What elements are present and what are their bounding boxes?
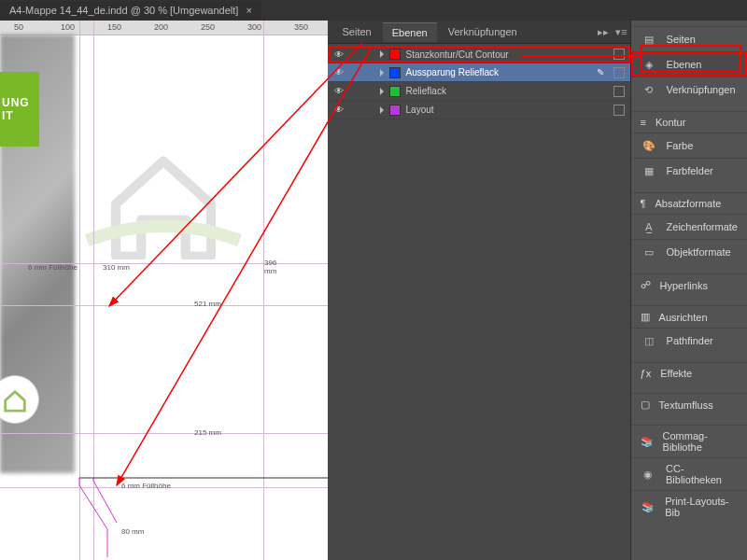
para-icon: ¶ <box>641 198 646 209</box>
dock-label: Hyperlinks <box>660 280 708 291</box>
pathfinder-icon: ◫ <box>641 333 657 348</box>
layer-row[interactable]: 👁Layout <box>328 101 630 119</box>
selection-indicator[interactable] <box>613 67 625 78</box>
dock-item-seiten[interactable]: ▤Seiten <box>631 26 747 51</box>
dock-label: Kontur <box>655 117 685 128</box>
layer-row[interactable]: 👁Relieflack <box>328 82 630 101</box>
dock-label: Seiten <box>667 34 696 45</box>
layers-panel: Seiten Ebenen Verknüpfungen ▸▸ ▾≡ 👁Stanz… <box>328 21 631 560</box>
dock-item-effekte[interactable]: ƒxEffekte <box>631 362 747 384</box>
dock-item-cc-bibliotheken[interactable]: ◉CC-Bibliotheken <box>631 457 747 490</box>
close-icon[interactable]: × <box>246 5 251 16</box>
dock-label: Pathfinder <box>667 335 713 346</box>
green-label-box: UNG IT <box>0 72 39 147</box>
panel-menu-icon[interactable]: ▾≡ <box>613 26 630 38</box>
document-canvas[interactable]: 50 100 150 200 250 300 350 UNG IT <box>0 21 328 560</box>
collapse-icon[interactable]: ▸▸ <box>595 26 612 38</box>
measurement-label: 80 mm <box>121 527 144 536</box>
visibility-icon[interactable]: 👁 <box>333 86 345 97</box>
layer-color-swatch <box>389 105 401 116</box>
document-tab[interactable]: A4-Mappe 14_44_de.indd @ 30 % [Umgewande… <box>0 1 261 20</box>
color-icon: 🎨 <box>641 138 657 153</box>
dock-label: Absatzformate <box>655 198 721 209</box>
dock-label: Effekte <box>660 368 692 379</box>
disclosure-icon[interactable] <box>380 50 384 58</box>
dock-label: Zeichenformate <box>667 221 738 232</box>
document-title: A4-Mappe 14_44_de.indd @ 30 % [Umgewande… <box>9 5 238 16</box>
dock-item-objektformate[interactable]: ▭Objektformate <box>631 239 747 264</box>
layer-name: Stanzkontur/Cut Contour <box>406 49 608 60</box>
layer-color-swatch <box>389 67 401 78</box>
cc-icon: ◉ <box>641 467 656 482</box>
pen-icon: ✎ <box>597 67 608 77</box>
dock-item-textumfluss[interactable]: ▢Textumfluss <box>631 393 747 415</box>
dock-label: Farbfelder <box>667 165 713 176</box>
measurement-label: 521 mm <box>194 300 221 308</box>
disclosure-icon[interactable] <box>380 106 384 114</box>
guide-line <box>263 21 264 560</box>
hyper-icon: ☍ <box>641 279 651 291</box>
selection-indicator[interactable] <box>613 105 625 116</box>
dock-label: Commag-Bibliothe <box>663 430 738 453</box>
tab-verknuepfungen[interactable]: Verknüpfungen <box>439 22 527 41</box>
right-dock: ▤Seiten◈Ebenen⟲Verknüpfungen≡Kontur🎨Farb… <box>631 21 747 560</box>
layers-icon: ◈ <box>641 57 657 72</box>
dock-item-farbe[interactable]: 🎨Farbe <box>631 133 747 158</box>
guide-line <box>0 305 328 306</box>
selection-indicator[interactable] <box>613 86 625 97</box>
dock-item-farbfelder[interactable]: ▦Farbfelder <box>631 158 747 183</box>
dock-label: Verknüpfungen <box>667 84 736 95</box>
dock-item-kontur[interactable]: ≡Kontur <box>631 111 747 133</box>
dock-item-commag-bibliothe[interactable]: 📚Commag-Bibliothe <box>631 425 747 457</box>
swatches-icon: ▦ <box>641 163 657 178</box>
layer-name: Relieflack <box>406 86 608 96</box>
stroke-icon: ≡ <box>641 117 646 128</box>
fx-icon: ƒx <box>641 368 652 379</box>
dock-label: Print-Layouts-Bib <box>665 496 738 518</box>
panel-tabs: Seiten Ebenen Verknüpfungen ▸▸ ▾≡ <box>328 21 630 44</box>
disclosure-icon[interactable] <box>380 69 384 77</box>
wrap-icon: ▢ <box>641 399 650 411</box>
selection-indicator[interactable] <box>613 49 625 60</box>
tab-seiten[interactable]: Seiten <box>333 22 381 41</box>
links-icon: ⟲ <box>641 82 657 97</box>
dock-item-ausrichten[interactable]: ▥Ausrichten <box>631 305 747 328</box>
layer-color-swatch <box>389 86 401 97</box>
dock-item-zeichenformate[interactable]: A̲Zeichenformate <box>631 214 747 239</box>
layer-row[interactable]: 👁Aussparung Relieflack✎ <box>328 63 630 82</box>
dock-item-pathfinder[interactable]: ◫Pathfinder <box>631 328 747 353</box>
guide-line <box>0 433 328 434</box>
dock-item-print-layouts-bib[interactable]: 📚Print-Layouts-Bib <box>631 490 747 523</box>
visibility-icon[interactable]: 👁 <box>333 67 345 78</box>
measurement-label: 6 mm Füllhöhe <box>28 263 78 272</box>
dock-label: CC-Bibliotheken <box>666 463 738 485</box>
dock-label: Textumfluss <box>659 399 713 411</box>
visibility-icon[interactable]: 👁 <box>333 49 345 60</box>
horizontal-ruler: 50 100 150 200 250 300 350 <box>0 21 328 35</box>
layer-row[interactable]: 👁Stanzkontur/Cut Contour <box>328 46 630 63</box>
disclosure-icon[interactable] <box>380 88 384 95</box>
measurement-label: 396 mm <box>264 259 276 275</box>
title-bar: A4-Mappe 14_44_de.indd @ 30 % [Umgewande… <box>0 0 747 21</box>
lib-icon: 📚 <box>641 499 656 514</box>
dock-item-verkn-pfungen[interactable]: ⟲Verknüpfungen <box>631 77 747 102</box>
dock-label: Ebenen <box>667 59 702 70</box>
tab-ebenen[interactable]: Ebenen <box>383 22 437 42</box>
measurement-label: 6 mm Füllhöhe <box>121 482 171 490</box>
dock-label: Farbe <box>667 140 694 151</box>
layers-list: 👁Stanzkontur/Cut Contour👁Aussparung Reli… <box>328 44 630 121</box>
pages-icon: ▤ <box>641 32 657 47</box>
measurement-label: 310 mm <box>103 263 130 272</box>
align-icon: ▥ <box>641 311 650 323</box>
lib-icon: 📚 <box>641 436 654 448</box>
dock-item-ebenen[interactable]: ◈Ebenen <box>631 51 747 77</box>
layer-color-swatch <box>389 49 401 60</box>
house-logo-icon <box>84 133 243 254</box>
dock-item-absatzformate[interactable]: ¶Absatzformate <box>631 192 747 214</box>
visibility-icon[interactable]: 👁 <box>333 105 345 116</box>
dock-item-hyperlinks[interactable]: ☍Hyperlinks <box>631 273 747 296</box>
measurement-label: 215 mm <box>194 428 221 437</box>
dock-label: Ausrichten <box>659 312 708 323</box>
guide-line <box>93 21 94 560</box>
obj-icon: ▭ <box>641 245 657 259</box>
